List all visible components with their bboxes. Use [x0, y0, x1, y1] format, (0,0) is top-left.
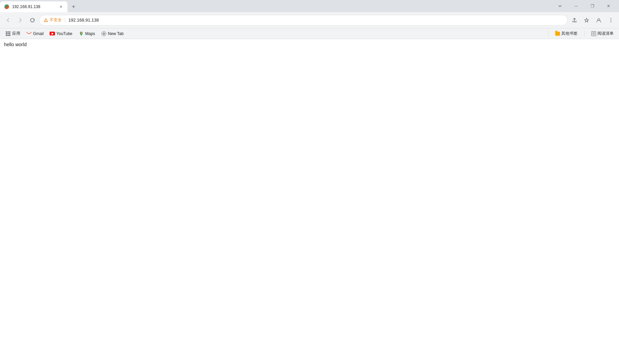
forward-button[interactable]	[15, 15, 26, 26]
newtab-label: New Tab	[108, 31, 123, 36]
bookmark-gmail[interactable]: Gmail	[24, 30, 46, 38]
minimize-button[interactable]: ─	[568, 1, 584, 11]
bookmark-newtab[interactable]: New Tab	[99, 30, 126, 38]
newtab-icon	[101, 31, 107, 36]
bookmarks-right: 其他书签 阅读清单	[547, 29, 616, 38]
reload-button[interactable]	[27, 15, 38, 26]
chrome-window: 192.168.91.138 ✕ + ─ ❐ ✕	[0, 0, 619, 364]
profile-button[interactable]	[593, 15, 604, 26]
tab-strip: 192.168.91.138 ✕ +	[0, 1, 552, 12]
share-button[interactable]	[569, 15, 580, 26]
youtube-icon	[50, 31, 55, 36]
reading-list-label: 阅读清单	[597, 31, 614, 36]
address-bar-container[interactable]: 不安全 | 192.168.91.138	[39, 15, 568, 26]
restore-button[interactable]: ❐	[585, 1, 600, 11]
svg-rect-5	[27, 32, 31, 35]
security-warning-icon: 不安全	[44, 17, 62, 23]
apps-label: 应用	[12, 31, 20, 36]
maps-label: Maps	[85, 31, 95, 36]
tab-close-button[interactable]: ✕	[58, 4, 63, 9]
svg-point-4	[611, 21, 611, 22]
close-icon: ✕	[607, 4, 610, 8]
svg-point-6	[81, 32, 82, 33]
svg-point-3	[611, 20, 611, 20]
bookmark-star-button[interactable]	[581, 15, 592, 26]
bookmark-maps[interactable]: Maps	[76, 30, 98, 38]
folder-icon	[555, 32, 560, 36]
tab-title: 192.168.91.138	[12, 4, 55, 9]
other-bookmarks-label: 其他书签	[561, 31, 578, 36]
minimize-icon: ─	[575, 4, 578, 8]
youtube-label: YouTube	[56, 31, 72, 36]
close-button[interactable]: ✕	[601, 1, 616, 11]
apps-grid-icon	[5, 31, 11, 36]
page-hello-world: hello world	[4, 42, 615, 47]
page-content: hello world	[0, 39, 619, 364]
tab-bar: 192.168.91.138 ✕ + ─ ❐ ✕	[0, 0, 619, 12]
bookmark-reading-list[interactable]: 阅读清单	[589, 29, 616, 38]
bookmark-youtube[interactable]: YouTube	[47, 30, 75, 38]
url-text[interactable]: 192.168.91.138	[68, 18, 563, 23]
bookmarks-bar: 应用 Gmail YouTube	[0, 28, 619, 39]
new-tab-button[interactable]: +	[69, 2, 78, 11]
back-button[interactable]	[3, 15, 13, 26]
tab-favicon	[4, 4, 9, 9]
menu-button[interactable]	[606, 15, 616, 26]
gmail-icon	[26, 31, 32, 36]
address-bar[interactable]: 不安全 | 192.168.91.138	[39, 15, 568, 26]
reading-list-icon	[591, 31, 596, 36]
chrome-favicon-icon	[4, 4, 9, 9]
bookmarks-divider	[548, 31, 548, 36]
svg-point-2	[611, 18, 611, 19]
gmail-label: Gmail	[33, 31, 44, 36]
bookmark-apps[interactable]: 应用	[3, 29, 23, 38]
svg-point-0	[46, 21, 46, 21]
security-label: 不安全	[50, 17, 62, 23]
restore-icon: ❐	[591, 4, 594, 8]
maps-icon	[79, 31, 84, 36]
window-controls: ─ ❐ ✕	[552, 1, 619, 11]
nav-right-buttons	[569, 15, 616, 26]
nav-bar: 不安全 | 192.168.91.138	[0, 12, 619, 28]
bookmark-other-bookmarks[interactable]: 其他书签	[553, 29, 580, 38]
divider-security: |	[64, 18, 66, 23]
bookmarks-divider-2	[584, 31, 585, 36]
tab-list-button[interactable]	[552, 1, 568, 11]
active-tab[interactable]: 192.168.91.138 ✕	[0, 1, 67, 12]
